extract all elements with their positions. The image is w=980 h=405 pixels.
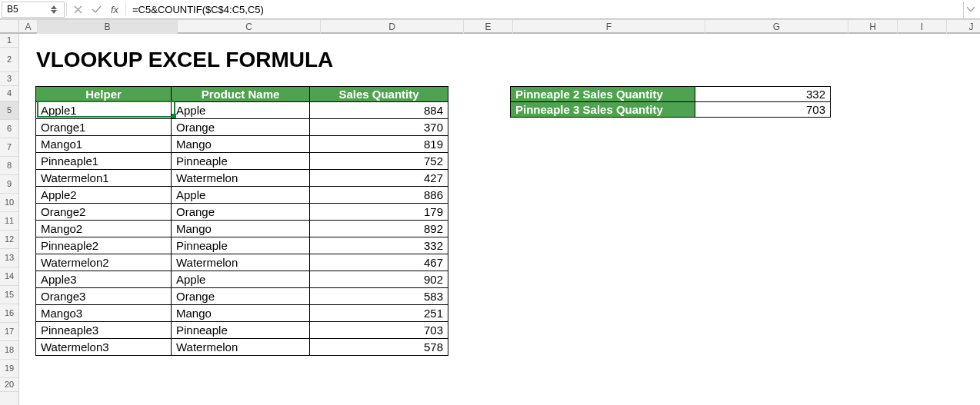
row-header[interactable]: 15 [0,286,18,304]
row-header[interactable]: 19 [0,360,18,378]
row-header[interactable]: 12 [0,231,18,249]
row-header[interactable]: 18 [0,341,18,360]
cell-helper[interactable]: Pinneaple1 [36,153,172,170]
column-header[interactable]: B [38,20,178,34]
cell-product[interactable]: Pinneaple [172,237,310,254]
row-header[interactable]: 8 [0,157,18,175]
row-header[interactable]: 17 [0,323,18,341]
row-header[interactable]: 1 [0,34,18,48]
confirm-button[interactable] [87,2,105,18]
cell-helper[interactable]: Pinneaple3 [36,322,172,339]
expand-formula-bar-button[interactable] [963,2,977,18]
cell-helper[interactable]: Watermelon1 [36,170,172,187]
row-header[interactable]: 2 [0,48,18,72]
cell-helper[interactable]: Mango1 [36,136,172,153]
table-row: Orange1Orange370 [36,119,448,136]
row-headers: 1234567891011121314151617181920 [0,34,19,405]
formula-input[interactable] [128,2,963,18]
cell-helper[interactable]: Watermelon2 [36,254,172,271]
row-header[interactable]: 7 [0,138,18,157]
cell-qty[interactable]: 819 [310,136,448,153]
row-header[interactable]: 20 [0,378,18,392]
column-header[interactable]: J [947,20,980,34]
row-header[interactable]: 3 [0,72,18,86]
row-header[interactable]: 13 [0,249,18,267]
separator [125,2,126,16]
cell-product[interactable]: Apple [172,271,310,288]
row-header[interactable]: 5 [0,101,18,120]
cell-product[interactable]: Mango [172,221,310,237]
table-row: Apple3Apple902 [36,271,448,288]
cell-qty[interactable]: 467 [310,254,448,271]
name-box-input[interactable] [2,3,48,15]
table-row: Pinneaple 2 Sales Quantity332 [511,87,831,102]
cell-qty[interactable]: 427 [310,170,448,187]
cell-qty[interactable]: 370 [310,119,448,136]
column-header[interactable]: C [178,20,321,34]
cell-product[interactable]: Watermelon [172,170,310,187]
cell-qty[interactable]: 886 [310,187,448,204]
select-all-corner[interactable] [0,20,19,34]
table-row: Mango1Mango819 [36,136,448,153]
cell-product[interactable]: Orange [172,119,310,136]
lookup-value[interactable]: 703 [695,102,831,118]
row-header[interactable]: 6 [0,120,18,138]
cell-helper[interactable]: Watermelon3 [36,339,172,356]
cell-helper[interactable]: Apple3 [36,271,172,288]
lookup-label[interactable]: Pinneaple 3 Sales Quantity [511,102,695,118]
cell-product[interactable]: Orange [172,288,310,305]
cell-qty[interactable]: 902 [310,271,448,288]
table-row: Pinneaple2Pinneaple332 [36,237,448,254]
row-header[interactable]: 9 [0,175,18,194]
cell-helper[interactable]: Orange1 [36,119,172,136]
cells-area[interactable]: VLOOKUP EXCEL FORMULA HelperProduct Name… [19,34,980,405]
cell-qty[interactable]: 251 [310,305,448,322]
cell-product[interactable]: Apple [172,187,310,204]
cell-product[interactable]: Apple [172,102,310,119]
column-header[interactable]: D [321,20,464,34]
column-header[interactable]: A [19,20,38,34]
cell-helper[interactable]: Apple1 [36,102,172,119]
cell-product[interactable]: Mango [172,305,310,322]
cancel-button[interactable] [68,2,87,18]
cell-helper[interactable]: Mango3 [36,305,172,322]
column-header[interactable]: F [513,20,705,34]
row-header[interactable]: 16 [0,304,18,323]
cell-helper[interactable]: Orange2 [36,204,172,221]
cell-helper[interactable]: Apple2 [36,187,172,204]
cell-qty[interactable]: 703 [310,322,448,339]
name-box-stepper[interactable] [48,5,59,14]
close-icon [74,5,82,14]
cell-qty[interactable]: 884 [310,102,448,119]
cell-helper[interactable]: Pinneaple2 [36,237,172,254]
cell-product[interactable]: Watermelon [172,254,310,271]
cell-product[interactable]: Orange [172,204,310,221]
column-header[interactable]: I [898,20,947,34]
row-header[interactable]: 11 [0,212,18,231]
column-header[interactable]: E [464,20,513,34]
lookup-value[interactable]: 332 [695,87,831,102]
fx-label[interactable]: fx [105,4,124,15]
main-data-table: HelperProduct NameSales Quantity Apple1A… [35,86,448,356]
cell-product[interactable]: Pinneaple [172,322,310,339]
lookup-label[interactable]: Pinneaple 2 Sales Quantity [511,87,695,102]
cell-product[interactable]: Mango [172,136,310,153]
column-header[interactable]: G [705,20,848,34]
cell-qty[interactable]: 752 [310,153,448,170]
column-header[interactable]: H [848,20,898,34]
cell-helper[interactable]: Mango2 [36,221,172,237]
row-header[interactable]: 10 [0,194,18,212]
cell-qty[interactable]: 578 [310,339,448,356]
row-header[interactable]: 14 [0,267,18,286]
cell-product[interactable]: Watermelon [172,339,310,356]
name-box[interactable] [2,2,65,18]
cell-qty[interactable]: 332 [310,237,448,254]
cell-qty[interactable]: 179 [310,204,448,221]
row-header[interactable]: 4 [0,86,18,101]
chevron-up-icon [51,5,57,9]
cell-qty[interactable]: 892 [310,221,448,237]
table-row: Apple2Apple886 [36,187,448,204]
cell-qty[interactable]: 583 [310,288,448,305]
cell-product[interactable]: Pinneaple [172,153,310,170]
cell-helper[interactable]: Orange3 [36,288,172,305]
